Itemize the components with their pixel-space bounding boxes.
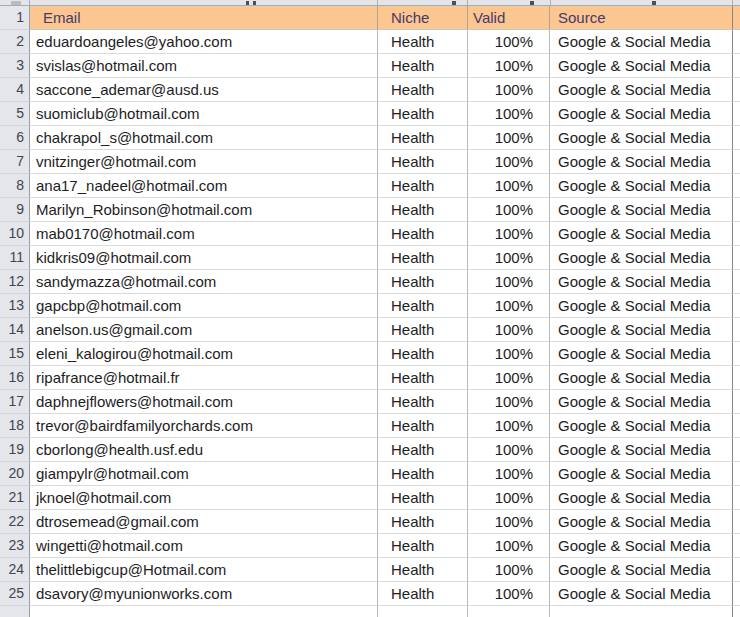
cell-source[interactable]: Google & Social Media (550, 294, 733, 318)
cell-email[interactable]: vnitzinger@hotmail.com (30, 150, 378, 174)
row-number[interactable]: 23 (0, 534, 30, 558)
cell-stub[interactable] (733, 366, 740, 390)
row-number[interactable]: 21 (0, 486, 30, 510)
cell-source[interactable]: Google & Social Media (550, 270, 733, 294)
cell-stub[interactable] (733, 222, 740, 246)
cell-email[interactable]: jknoel@hotmail.com (30, 486, 378, 510)
cell-source[interactable]: Google & Social Media (550, 246, 733, 270)
cell-niche[interactable]: Health (378, 462, 468, 486)
cell-source[interactable]: Google & Social Media (550, 78, 733, 102)
cell-valid[interactable]: 100% (468, 54, 550, 78)
cell-niche[interactable]: Health (378, 78, 468, 102)
cell-valid[interactable] (468, 606, 550, 617)
row-number[interactable]: 6 (0, 126, 30, 150)
cell-source[interactable]: Google & Social Media (550, 414, 733, 438)
row-number[interactable]: 2 (0, 30, 30, 54)
row-number[interactable]: 9 (0, 198, 30, 222)
cell-stub[interactable] (733, 606, 740, 617)
cell-niche[interactable]: Health (378, 486, 468, 510)
cell-valid[interactable]: 100% (468, 318, 550, 342)
cell-valid[interactable]: 100% (468, 534, 550, 558)
cell-niche[interactable]: Health (378, 318, 468, 342)
cell-email[interactable]: ripafrance@hotmail.fr (30, 366, 378, 390)
cell-niche[interactable]: Health (378, 198, 468, 222)
cell-niche[interactable]: Health (378, 30, 468, 54)
row-number[interactable]: 10 (0, 222, 30, 246)
cell-stub[interactable] (733, 342, 740, 366)
cell-source[interactable]: Google & Social Media (550, 102, 733, 126)
cell-email[interactable]: chakrapol_s@hotmail.com (30, 126, 378, 150)
cell-valid[interactable]: 100% (468, 582, 550, 606)
row-number[interactable]: 15 (0, 342, 30, 366)
cell-valid[interactable]: 100% (468, 558, 550, 582)
cell-valid[interactable]: 100% (468, 366, 550, 390)
row-number[interactable]: 16 (0, 366, 30, 390)
cell-stub[interactable] (733, 462, 740, 486)
cell-source[interactable]: Google & Social Media (550, 366, 733, 390)
cell-stub[interactable] (733, 438, 740, 462)
cell-stub[interactable] (733, 390, 740, 414)
cell-source[interactable]: Google & Social Media (550, 198, 733, 222)
row-number[interactable]: 12 (0, 270, 30, 294)
cell-source[interactable]: Google & Social Media (550, 150, 733, 174)
row-number[interactable]: 5 (0, 102, 30, 126)
cell-email[interactable]: cborlong@health.usf.edu (30, 438, 378, 462)
cell-stub[interactable] (733, 174, 740, 198)
cell-email[interactable]: thelittlebigcup@Hotmail.com (30, 558, 378, 582)
cell-email[interactable]: dsavory@myunionworks.com (30, 582, 378, 606)
cell-source[interactable]: Google & Social Media (550, 390, 733, 414)
cell-valid[interactable]: 100% (468, 462, 550, 486)
cell-email[interactable]: gapcbp@hotmail.com (30, 294, 378, 318)
cell-valid[interactable]: 100% (468, 246, 550, 270)
cell-valid[interactable]: 100% (468, 438, 550, 462)
cell-email[interactable]: kidkris09@hotmail.com (30, 246, 378, 270)
row-number[interactable]: 1 (0, 6, 30, 30)
cell-email[interactable]: sandymazza@hotmail.com (30, 270, 378, 294)
cell-niche[interactable]: Health (378, 150, 468, 174)
cell-email[interactable]: Marilyn_Robinson@hotmail.com (30, 198, 378, 222)
cell-source[interactable]: Google & Social Media (550, 462, 733, 486)
cell-niche[interactable]: Health (378, 582, 468, 606)
cell-niche[interactable] (378, 606, 468, 617)
cell-valid[interactable]: 100% (468, 78, 550, 102)
row-number[interactable]: 8 (0, 174, 30, 198)
cell-stub[interactable] (733, 318, 740, 342)
row-number[interactable]: 4 (0, 78, 30, 102)
cell-stub[interactable] (733, 198, 740, 222)
cell-stub[interactable] (733, 102, 740, 126)
cell-stub[interactable] (733, 150, 740, 174)
cell-valid[interactable]: 100% (468, 510, 550, 534)
cell-source[interactable]: Google & Social Media (550, 54, 733, 78)
cell-stub[interactable] (733, 414, 740, 438)
header-cell-source[interactable]: Source (550, 6, 733, 30)
row-number[interactable]: 24 (0, 558, 30, 582)
cell-valid[interactable]: 100% (468, 414, 550, 438)
cell-email[interactable]: mab0170@hotmail.com (30, 222, 378, 246)
cell-email[interactable]: saccone_ademar@ausd.us (30, 78, 378, 102)
cell-source[interactable]: Google & Social Media (550, 438, 733, 462)
cell-valid[interactable]: 100% (468, 30, 550, 54)
row-number[interactable]: 18 (0, 414, 30, 438)
row-number[interactable]: 19 (0, 438, 30, 462)
header-cell-email[interactable]: Email (30, 6, 378, 30)
cell-niche[interactable]: Health (378, 102, 468, 126)
cell-valid[interactable]: 100% (468, 126, 550, 150)
cell-stub[interactable] (733, 294, 740, 318)
cell-valid[interactable]: 100% (468, 174, 550, 198)
cell-niche[interactable]: Health (378, 366, 468, 390)
cell-valid[interactable]: 100% (468, 222, 550, 246)
cell-stub[interactable] (733, 486, 740, 510)
cell-stub[interactable] (733, 30, 740, 54)
cell-email[interactable]: giampylr@hotmail.com (30, 462, 378, 486)
cell-email[interactable]: svislas@hotmail.com (30, 54, 378, 78)
row-number[interactable]: 17 (0, 390, 30, 414)
cell-source[interactable] (550, 606, 733, 617)
cell-niche[interactable]: Health (378, 294, 468, 318)
row-number[interactable]: 14 (0, 318, 30, 342)
cell-niche[interactable]: Health (378, 414, 468, 438)
cell-email[interactable]: dtrosemead@gmail.com (30, 510, 378, 534)
cell-source[interactable]: Google & Social Media (550, 558, 733, 582)
cell-valid[interactable]: 100% (468, 270, 550, 294)
cell-source[interactable]: Google & Social Media (550, 534, 733, 558)
cell-email[interactable] (30, 606, 378, 617)
